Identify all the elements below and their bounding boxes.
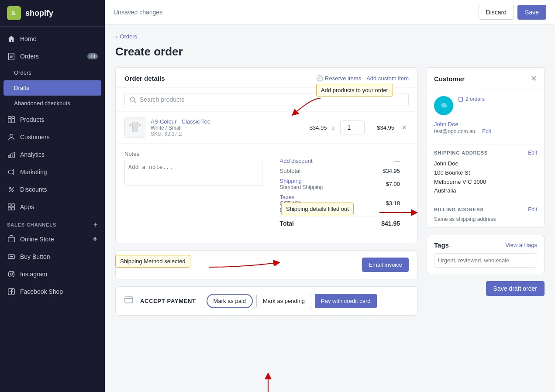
sidebar-item-buy-button-label: Buy Button: [20, 253, 50, 260]
total-row: Total $41.95: [280, 216, 400, 230]
sidebar-item-orders-label: Orders: [20, 53, 39, 60]
customer-body: 2 orders John Doe test@ogo.com.au Edit: [427, 90, 544, 144]
mark-paid-arrow: [255, 371, 281, 392]
email-invoice-card: EMAIL INVOICE Email invoice: [115, 250, 418, 279]
sidebar-item-abandoned-label: Abandoned checkouts: [14, 100, 70, 107]
sidebar-item-home-label: Home: [20, 35, 36, 42]
sidebar-item-discounts[interactable]: Discounts: [0, 181, 105, 198]
svg-rect-19: [8, 207, 11, 210]
notes-textarea[interactable]: [124, 160, 262, 186]
svg-rect-9: [12, 117, 14, 119]
taxes-label[interactable]: Taxes: [280, 194, 303, 200]
col-main: Order details 🕐 Reserve items Add custom…: [115, 67, 418, 316]
sidebar-item-apps-label: Apps: [20, 203, 34, 210]
billing-address-section: BILLING ADDRESS Edit Same as shipping ad…: [427, 201, 544, 227]
billing-address-header: BILLING ADDRESS Edit: [434, 206, 537, 213]
search-input-wrap: [124, 93, 409, 106]
accept-payment-label: ACCEPT PAYMENT: [140, 298, 196, 304]
subtotal-label: Subtotal: [280, 168, 301, 174]
product-name[interactable]: AS Colour - Classic Tee: [151, 118, 304, 125]
svg-rect-6: [8, 119, 11, 123]
top-bar-actions: Discard Save: [479, 5, 546, 20]
sidebar-item-online-store[interactable]: Online Store 👁: [0, 230, 105, 248]
sidebar-item-customers-label: Customers: [20, 134, 50, 141]
product-remove-button[interactable]: ✕: [400, 122, 409, 134]
sidebar-item-marketing[interactable]: Marketing: [0, 163, 105, 181]
notes-col: Notes: [124, 151, 262, 236]
save-draft-order-button[interactable]: Save draft order: [486, 281, 545, 296]
payment-buttons: Mark as paid Mark as pending Pay with cr…: [207, 294, 377, 308]
shipping-address-title: SHIPPING ADDRESS: [434, 150, 488, 155]
add-discount-link[interactable]: Add discount: [280, 158, 313, 164]
customer-close-button[interactable]: ✕: [531, 74, 537, 83]
billing-address-edit-link[interactable]: Edit: [528, 206, 537, 213]
shipping-address-edit-link[interactable]: Edit: [528, 150, 537, 156]
add-sales-channel-button[interactable]: +: [93, 221, 98, 229]
breadcrumb[interactable]: ‹ Orders: [115, 33, 545, 40]
invoice-left: EMAIL INVOICE: [124, 259, 185, 270]
page-title: Create order: [115, 45, 545, 58]
billing-address-note: Same as shipping address: [434, 216, 537, 222]
tags-input[interactable]: [434, 253, 537, 268]
customer-name[interactable]: John Doe: [434, 121, 458, 127]
view-all-tags-link[interactable]: View all tags: [505, 242, 537, 248]
email-invoice-button[interactable]: Email invoice: [362, 258, 409, 272]
notes-label: Notes: [124, 151, 262, 157]
discard-button[interactable]: Discard: [479, 5, 514, 20]
taxes-value: $3.18: [386, 200, 400, 206]
sidebar-item-customers[interactable]: Customers: [0, 128, 105, 146]
shipping-label[interactable]: Shipping: [280, 178, 323, 184]
order-details-actions: 🕐 Reserve items Add custom item: [316, 75, 409, 82]
product-quantity-input[interactable]: [340, 120, 365, 134]
sidebar-item-analytics[interactable]: Analytics: [0, 146, 105, 163]
save-button[interactable]: Save: [517, 5, 546, 20]
sidebar-item-products-label: Products: [20, 116, 44, 123]
analytics-icon: [7, 150, 16, 159]
sidebar-item-facebook[interactable]: Facebook Shop: [0, 283, 105, 300]
payment-card-body: ACCEPT PAYMENT Mark as paid Mark as pend…: [116, 287, 417, 315]
svg-rect-8: [8, 117, 11, 119]
top-bar: Unsaved changes Discard Save: [105, 0, 555, 24]
content-area: ‹ Orders Create order Order details �: [105, 24, 555, 392]
reserve-items-link[interactable]: 🕐 Reserve items: [316, 75, 361, 82]
mark-as-paid-button[interactable]: Mark as paid: [207, 294, 253, 308]
sidebar-item-drafts[interactable]: Drafts: [3, 80, 101, 96]
sidebar-item-apps[interactable]: Apps: [0, 198, 105, 216]
svg-rect-21: [8, 237, 14, 242]
top-bar-left: Unsaved changes: [114, 9, 162, 16]
order-details-card: Order details 🕐 Reserve items Add custom…: [115, 67, 418, 243]
sidebar-item-orders[interactable]: Orders 48: [0, 48, 105, 65]
email-invoice-title: EMAIL INVOICE: [138, 261, 185, 268]
svg-rect-20: [12, 207, 14, 210]
total-label: Total: [280, 220, 294, 227]
orders-badge: 48: [87, 53, 98, 59]
add-custom-item-link[interactable]: Add custom item: [366, 75, 409, 82]
marketing-icon: [7, 168, 16, 176]
svg-point-24: [11, 256, 12, 258]
shipping-address-text: John Doe 100 Bourke St Melbourne VIC 300…: [434, 159, 537, 196]
sidebar-item-buy-button[interactable]: Buy Button: [0, 248, 105, 265]
sidebar-item-abandoned[interactable]: Abandoned checkouts: [0, 96, 105, 111]
search-products-input[interactable]: [140, 96, 404, 103]
svg-rect-7: [12, 119, 14, 123]
customer-edit-link[interactable]: Edit: [482, 128, 491, 134]
sidebar-item-instagram[interactable]: Instagram: [0, 265, 105, 283]
pay-with-credit-card-button[interactable]: Pay with credit card: [315, 294, 376, 308]
search-bar: [116, 88, 417, 112]
sidebar-logo[interactable]: S shopify: [0, 0, 105, 27]
product-total: $34.95: [370, 124, 394, 131]
sidebar-item-products[interactable]: Products: [0, 111, 105, 128]
breadcrumb-arrow-icon: ‹: [115, 33, 117, 40]
clock-icon: 🕐: [316, 75, 323, 82]
sidebar-item-home[interactable]: Home: [0, 30, 105, 48]
sidebar-item-orders-sub-label: Orders: [14, 69, 31, 76]
mark-as-pending-button[interactable]: Mark as pending: [256, 294, 311, 308]
invoice-icon: [124, 259, 133, 270]
svg-rect-17: [8, 204, 11, 206]
subtotal-row: Subtotal $34.95: [280, 166, 400, 176]
svg-rect-32: [125, 261, 132, 267]
sidebar-item-orders-sub[interactable]: Orders: [0, 65, 105, 80]
order-details-header: Order details 🕐 Reserve items Add custom…: [116, 68, 417, 88]
shipping-method-label: Standard Shipping: [280, 184, 323, 190]
customer-avatar: [434, 96, 453, 115]
